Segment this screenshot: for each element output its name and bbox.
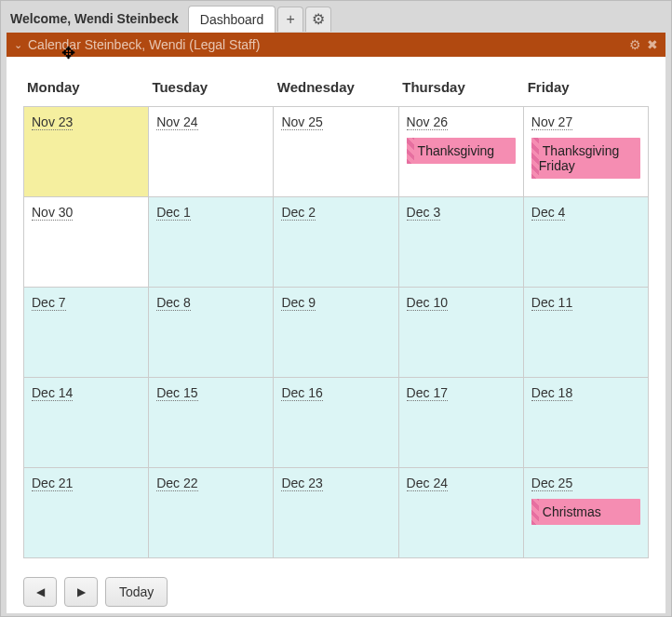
calendar-cell[interactable]: Dec 14 [24, 378, 149, 468]
calendar-cell[interactable]: Dec 17 [399, 378, 524, 468]
calendar-row: Nov 30Dec 1Dec 2Dec 3Dec 4 [24, 197, 649, 288]
day-header: Monday [23, 74, 148, 101]
date-link[interactable]: Dec 2 [281, 205, 316, 221]
calendar-grid: Nov 23Nov 24Nov 25Nov 26ThanksgivingNov … [23, 106, 649, 558]
panel-title: Calendar Steinbeck, Wendi (Legal Staff) [28, 37, 624, 52]
calendar-cell[interactable]: Dec 23 [274, 468, 398, 558]
calendar: MondayTuesdayWednesdayThursdayFriday Nov… [7, 57, 665, 566]
calendar-cell[interactable]: Dec 25Christmas [524, 468, 649, 558]
calendar-cell[interactable]: Nov 27Thanksgiving Friday [524, 107, 649, 197]
calendar-cell[interactable]: Nov 24 [149, 107, 274, 197]
date-link[interactable]: Dec 8 [156, 295, 191, 311]
date-link[interactable]: Dec 4 [531, 205, 566, 221]
calendar-event[interactable]: Thanksgiving [407, 138, 516, 164]
calendar-header-row: MondayTuesdayWednesdayThursdayFriday [23, 74, 649, 101]
calendar-cell[interactable]: Dec 1 [149, 197, 274, 288]
calendar-event[interactable]: Thanksgiving Friday [531, 138, 640, 179]
day-header: Friday [524, 74, 649, 101]
calendar-cell[interactable]: Dec 2 [274, 197, 398, 288]
calendar-row: Nov 23Nov 24Nov 25Nov 26ThanksgivingNov … [24, 107, 649, 197]
calendar-cell[interactable]: Dec 4 [524, 197, 649, 288]
calendar-panel: ⌄ Calendar Steinbeck, Wendi (Legal Staff… [7, 33, 665, 613]
event-label: Thanksgiving Friday [539, 143, 620, 173]
calendar-cell[interactable]: Dec 22 [149, 468, 274, 558]
panel-header[interactable]: ⌄ Calendar Steinbeck, Wendi (Legal Staff… [7, 33, 665, 57]
calendar-cell[interactable]: Dec 10 [399, 288, 524, 378]
date-link[interactable]: Dec 17 [407, 385, 448, 401]
date-link[interactable]: Dec 22 [156, 476, 197, 491]
chevron-down-icon[interactable]: ⌄ [14, 39, 22, 51]
event-label: Thanksgiving [418, 143, 495, 158]
date-link[interactable]: Nov 23 [32, 114, 73, 130]
date-link[interactable]: Nov 26 [407, 114, 448, 130]
calendar-cell[interactable]: Nov 26Thanksgiving [399, 107, 524, 197]
day-header: Wednesday [274, 74, 398, 101]
calendar-cell[interactable]: Nov 23 [24, 107, 149, 197]
calendar-row: Dec 7Dec 8Dec 9Dec 10Dec 11 [24, 288, 649, 378]
date-link[interactable]: Dec 1 [156, 205, 191, 221]
calendar-row: Dec 21Dec 22Dec 23Dec 24Dec 25Christmas [24, 468, 649, 558]
date-link[interactable]: Dec 18 [531, 385, 572, 401]
gear-icon: ⚙ [312, 10, 325, 28]
date-link[interactable]: Nov 24 [156, 114, 197, 130]
date-link[interactable]: Dec 23 [281, 476, 322, 491]
panel-close-icon[interactable]: ✖ [647, 37, 658, 52]
date-link[interactable]: Dec 15 [156, 385, 197, 401]
plus-icon: + [287, 11, 295, 28]
calendar-row: Dec 14Dec 15Dec 16Dec 17Dec 18 [24, 378, 649, 468]
date-link[interactable]: Dec 10 [407, 295, 448, 311]
date-link[interactable]: Nov 30 [32, 205, 73, 221]
calendar-cell[interactable]: Dec 7 [24, 288, 149, 378]
calendar-cell[interactable]: Dec 11 [524, 288, 649, 378]
event-label: Christmas [543, 504, 601, 519]
calendar-cell[interactable]: Dec 16 [274, 378, 398, 468]
calendar-cell[interactable]: Dec 9 [274, 288, 398, 378]
tab-settings-button[interactable]: ⚙ [305, 7, 331, 32]
calendar-cell[interactable]: Dec 21 [24, 468, 149, 558]
panel-gear-icon[interactable]: ⚙ [629, 37, 641, 52]
day-header: Tuesday [148, 74, 273, 101]
date-link[interactable]: Dec 11 [531, 295, 572, 311]
tab-dashboard[interactable]: Dashboard [188, 6, 276, 33]
date-link[interactable]: Dec 25 [531, 476, 572, 491]
calendar-cell[interactable]: Dec 15 [149, 378, 274, 468]
calendar-cell[interactable]: Dec 18 [524, 378, 649, 468]
calendar-cell[interactable]: Dec 24 [399, 468, 524, 558]
prev-button[interactable]: ◀ [23, 577, 57, 607]
tab-bar: Welcome, Wendi Steinbeck Dashboard + ⚙ [1, 1, 671, 33]
add-tab-button[interactable]: + [277, 7, 303, 32]
calendar-footer: ◀ ▶ Today [7, 566, 665, 617]
today-button[interactable]: Today [105, 577, 168, 607]
app-window: Welcome, Wendi Steinbeck Dashboard + ⚙ ⌄… [0, 0, 672, 617]
date-link[interactable]: Nov 27 [531, 114, 572, 130]
date-link[interactable]: Dec 7 [32, 295, 66, 311]
date-link[interactable]: Dec 3 [407, 205, 441, 221]
calendar-cell[interactable]: Nov 25 [274, 107, 398, 197]
calendar-cell[interactable]: Dec 3 [399, 197, 524, 288]
date-link[interactable]: Dec 21 [32, 476, 73, 491]
welcome-text: Welcome, Wendi Steinbeck [7, 6, 188, 32]
date-link[interactable]: Dec 9 [281, 295, 316, 311]
date-link[interactable]: Dec 24 [407, 476, 448, 491]
next-button[interactable]: ▶ [64, 577, 98, 607]
date-link[interactable]: Nov 25 [281, 114, 322, 130]
calendar-cell[interactable]: Dec 8 [149, 288, 274, 378]
date-link[interactable]: Dec 16 [281, 385, 322, 401]
date-link[interactable]: Dec 14 [32, 385, 73, 401]
calendar-cell[interactable]: Nov 30 [24, 197, 149, 288]
calendar-event[interactable]: Christmas [531, 499, 640, 525]
day-header: Thursday [398, 74, 523, 101]
